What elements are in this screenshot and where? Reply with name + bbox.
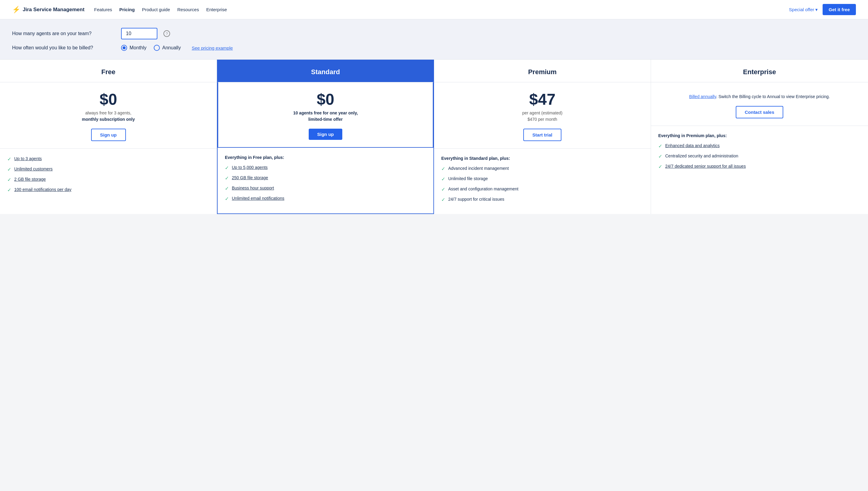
free-price-amount: $0 xyxy=(7,91,209,108)
check-icon: ✓ xyxy=(658,153,662,159)
feature-text: Asset and configuration management xyxy=(448,186,518,192)
billing-monthly-label: Monthly xyxy=(129,45,147,51)
list-item: ✓ Unlimited customers xyxy=(7,166,209,172)
feature-text: Unlimited customers xyxy=(14,166,53,172)
premium-price-subtitle: per agent (estimated) $470 per month xyxy=(441,110,643,123)
annually-radio[interactable] xyxy=(154,45,160,51)
enterprise-billing-text: Billed annually. Switch the Billing cycl… xyxy=(658,93,861,100)
billing-annually-label: Annually xyxy=(162,45,181,51)
pricing-grid: Free $0 always free for 3 agents, monthl… xyxy=(0,59,868,214)
premium-features-heading: Everything in Standard plan, plus: xyxy=(441,156,643,161)
standard-plan-features: Everything in Free plan, plus: ✓ Up to 5… xyxy=(218,148,433,213)
premium-trial-button[interactable]: Start trial xyxy=(523,129,561,141)
list-item: ✓ Asset and configuration management xyxy=(441,186,643,192)
list-item: ✓ Advanced incident management xyxy=(441,166,643,172)
feature-text: Business hour support xyxy=(232,185,274,191)
list-item: ✓ 250 GB file storage xyxy=(225,175,426,181)
check-icon: ✓ xyxy=(7,187,11,193)
billed-annually-link[interactable]: Billed annually xyxy=(689,94,716,99)
get-free-button[interactable]: Get it free xyxy=(822,4,856,15)
nav-pricing[interactable]: Pricing xyxy=(119,7,135,12)
standard-plan-col: Standard $0 10 agents free for one year … xyxy=(217,60,434,214)
standard-plan-header: Standard xyxy=(218,60,433,82)
agents-row: How many agents are on your team? ? xyxy=(12,28,856,39)
list-item: ✓ Up to 3 agents xyxy=(7,156,209,162)
navbar: ⚡ Jira Service Management Features Prici… xyxy=(0,0,868,19)
standard-plan-pricing: $0 10 agents free for one year only, lim… xyxy=(218,82,433,148)
feature-text: 24/7 dedicated senior support for all is… xyxy=(665,164,746,170)
feature-text: Centralized security and administration xyxy=(665,153,738,159)
standard-signup-button[interactable]: Sign up xyxy=(309,129,342,140)
premium-plan-features: Everything in Standard plan, plus: ✓ Adv… xyxy=(434,149,651,214)
billing-annually-option[interactable]: Annually xyxy=(154,45,181,51)
enterprise-features-heading: Everything in Premium plan, plus: xyxy=(658,133,861,138)
check-icon: ✓ xyxy=(658,164,662,170)
monthly-radio[interactable] xyxy=(121,45,127,51)
billing-monthly-option[interactable]: Monthly xyxy=(121,45,147,51)
feature-text: Up to 3 agents xyxy=(14,156,42,162)
help-icon[interactable]: ? xyxy=(163,30,170,37)
special-offer-label: Special offer xyxy=(789,7,814,12)
feature-text: Up to 5,000 agents xyxy=(232,165,268,171)
nav-product-guide[interactable]: Product guide xyxy=(142,7,170,12)
agents-input[interactable] xyxy=(121,28,157,39)
pricing-example-link[interactable]: See pricing example xyxy=(191,46,233,51)
nav-features[interactable]: Features xyxy=(94,7,112,12)
list-item: ✓ Business hour support xyxy=(225,185,426,191)
feature-text: 24/7 support for critical issues xyxy=(448,197,504,203)
check-icon: ✓ xyxy=(7,156,11,162)
check-icon: ✓ xyxy=(658,143,662,149)
enterprise-plan-header: Enterprise xyxy=(651,60,868,82)
nav-links: Features Pricing Product guide Resources… xyxy=(94,7,779,12)
list-item: ✓ Unlimited file storage xyxy=(441,176,643,182)
feature-text: Enhanced data and analytics xyxy=(665,143,720,149)
nav-resources[interactable]: Resources xyxy=(177,7,199,12)
enterprise-plan-pricing: Billed annually. Switch the Billing cycl… xyxy=(651,82,868,126)
list-item: ✓ 100 email notifications per day xyxy=(7,187,209,193)
logo-text: Jira Service Management xyxy=(23,7,84,13)
check-icon: ✓ xyxy=(7,167,11,172)
free-plan-col: Free $0 always free for 3 agents, monthl… xyxy=(0,60,217,214)
standard-price-subtitle: 10 agents free for one year only, limite… xyxy=(226,110,425,123)
free-plan-features: ✓ Up to 3 agents ✓ Unlimited customers ✓… xyxy=(0,149,217,214)
check-icon: ✓ xyxy=(441,197,445,203)
nav-right: Special offer ▾ Get it free xyxy=(789,4,856,15)
config-section: How many agents are on your team? ? How … xyxy=(0,19,868,59)
premium-price-amount: $47 xyxy=(441,91,643,108)
premium-plan-col: Premium $47 per agent (estimated) $470 p… xyxy=(434,60,651,214)
free-price-subtitle: always free for 3 agents, monthly subscr… xyxy=(7,110,209,123)
feature-text: 100 email notifications per day xyxy=(14,187,71,193)
feature-text: Advanced incident management xyxy=(448,166,509,172)
nav-enterprise[interactable]: Enterprise xyxy=(206,7,227,12)
enterprise-plan-col: Enterprise Billed annually. Switch the B… xyxy=(651,60,868,214)
billing-row: How often would you like to be billed? M… xyxy=(12,45,856,51)
check-icon: ✓ xyxy=(225,165,229,171)
free-signup-button[interactable]: Sign up xyxy=(91,129,126,141)
feature-text: Unlimited email notifications xyxy=(232,196,285,202)
free-plan-pricing: $0 always free for 3 agents, monthly sub… xyxy=(0,82,217,149)
check-icon: ✓ xyxy=(441,186,445,192)
billing-question: How often would you like to be billed? xyxy=(12,45,115,51)
check-icon: ✓ xyxy=(441,166,445,172)
list-item: ✓ Up to 5,000 agents xyxy=(225,165,426,171)
feature-text: 2 GB file storage xyxy=(14,176,46,182)
special-offer-button[interactable]: Special offer ▾ xyxy=(789,7,818,12)
feature-text: Unlimited file storage xyxy=(448,176,488,182)
enterprise-contact-button[interactable]: Contact sales xyxy=(736,106,784,118)
logo-icon: ⚡ xyxy=(12,6,20,13)
list-item: ✓ 24/7 support for critical issues xyxy=(441,197,643,203)
agents-question: How many agents are on your team? xyxy=(12,31,115,36)
standard-price-amount: $0 xyxy=(226,91,425,108)
logo: ⚡ Jira Service Management xyxy=(12,6,84,13)
list-item: ✓ Unlimited email notifications xyxy=(225,196,426,202)
list-item: ✓ 24/7 dedicated senior support for all … xyxy=(658,164,861,170)
list-item: ✓ 2 GB file storage xyxy=(7,176,209,182)
billing-options: Monthly Annually See pricing example xyxy=(121,45,233,51)
premium-plan-pricing: $47 per agent (estimated) $470 per month… xyxy=(434,82,651,149)
check-icon: ✓ xyxy=(441,176,445,182)
feature-text: 250 GB file storage xyxy=(232,175,268,181)
check-icon: ✓ xyxy=(225,196,229,202)
check-icon: ✓ xyxy=(7,177,11,182)
check-icon: ✓ xyxy=(225,185,229,191)
chevron-down-icon: ▾ xyxy=(815,7,818,12)
